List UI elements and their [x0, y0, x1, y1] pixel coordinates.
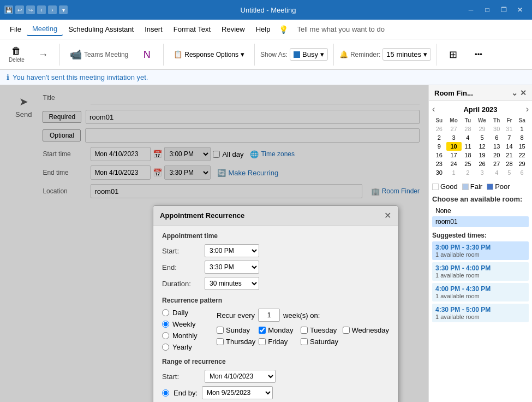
- cal-day[interactable]: 15: [515, 142, 529, 151]
- delete-btn[interactable]: 🗑 Delete: [4, 44, 29, 65]
- monthly-radio[interactable]: [162, 332, 169, 339]
- panel-close-btn[interactable]: ✕: [520, 88, 527, 97]
- close-btn[interactable]: ✕: [512, 2, 528, 17]
- menu-scheduling[interactable]: Scheduling Assistant: [63, 23, 139, 36]
- undo-icon[interactable]: ↩: [15, 5, 24, 14]
- restore-btn[interactable]: ❐: [496, 2, 511, 17]
- cal-day[interactable]: 27: [490, 159, 504, 168]
- cal-day[interactable]: 4: [462, 133, 475, 142]
- teams-meeting-btn[interactable]: 📹 Teams Meeting: [65, 46, 133, 63]
- tuesday-checkbox[interactable]: [301, 327, 308, 334]
- wednesday-checkbox[interactable]: [343, 327, 350, 334]
- friday-checkbox[interactable]: [259, 338, 266, 345]
- cal-day[interactable]: 18: [462, 151, 475, 159]
- timeslot-4[interactable]: 4:30 PM - 5:00 PM 1 available room: [432, 304, 529, 322]
- dialog-start-select[interactable]: 3:00 PM: [205, 244, 259, 257]
- cal-day[interactable]: 16: [432, 151, 446, 159]
- sunday-checkbox[interactable]: [217, 327, 224, 334]
- cal-day[interactable]: 6: [490, 133, 504, 142]
- cal-day[interactable]: 17: [446, 151, 462, 159]
- response-options-btn[interactable]: 📋 Response Options ▾: [169, 48, 249, 61]
- cal-day[interactable]: 11: [462, 142, 475, 151]
- range-start-select[interactable]: Mon 4/10/2023: [205, 370, 276, 383]
- window-controls[interactable]: ─ □ ❐ ✕: [463, 2, 528, 17]
- recur-every-input[interactable]: [258, 309, 280, 322]
- dialog-end-select[interactable]: 3:30 PM: [205, 261, 259, 274]
- end-by-select[interactable]: Mon 9/25/2023: [202, 386, 273, 399]
- more-btn[interactable]: •••: [468, 48, 489, 61]
- cal-prev-btn[interactable]: ‹: [432, 104, 435, 114]
- cal-day[interactable]: 4: [490, 168, 504, 177]
- cal-day[interactable]: 20: [490, 151, 504, 159]
- cal-today[interactable]: 10: [446, 142, 462, 151]
- timeslot-3[interactable]: 4:00 PM - 4:30 PM 1 available room: [432, 283, 529, 302]
- forward-btn[interactable]: →: [32, 48, 54, 62]
- daily-radio-item[interactable]: Daily: [162, 309, 217, 317]
- timeslot-2[interactable]: 3:30 PM - 4:00 PM 1 available room: [432, 262, 529, 281]
- friday-check[interactable]: Friday: [259, 338, 297, 346]
- cal-day[interactable]: 7: [504, 133, 516, 142]
- cal-day[interactable]: 30: [490, 125, 504, 133]
- menu-format-text[interactable]: Format Text: [168, 23, 216, 36]
- dialog-duration-select[interactable]: 30 minutes: [205, 277, 259, 290]
- cal-next-btn[interactable]: ›: [526, 104, 529, 114]
- sunday-check[interactable]: Sunday: [217, 326, 255, 334]
- cal-day[interactable]: 2: [432, 133, 446, 142]
- cal-day[interactable]: 24: [446, 159, 462, 168]
- reminder-dropdown[interactable]: 15 minutes ▾: [382, 48, 431, 61]
- cal-day[interactable]: 30: [432, 168, 446, 177]
- yearly-radio[interactable]: [162, 344, 169, 351]
- redo-icon[interactable]: ↪: [26, 5, 35, 14]
- cal-day[interactable]: 9: [432, 142, 446, 151]
- timeslot-1[interactable]: 3:00 PM - 3:30 PM 1 available room: [432, 241, 529, 260]
- customize-icon[interactable]: ▾: [59, 5, 68, 14]
- monthly-radio-item[interactable]: Monthly: [162, 332, 217, 340]
- titlebar-controls[interactable]: 💾 ↩ ↪ ‹ › ▾: [4, 5, 68, 14]
- cal-day[interactable]: 2: [462, 168, 475, 177]
- weekly-radio[interactable]: [162, 321, 169, 328]
- show-as-dropdown[interactable]: Busy ▾: [290, 48, 328, 61]
- cal-day[interactable]: 3: [474, 168, 490, 177]
- cal-day[interactable]: 6: [515, 168, 529, 177]
- menu-file[interactable]: File: [4, 23, 27, 36]
- cal-day[interactable]: 28: [504, 159, 516, 168]
- wednesday-check[interactable]: Wednesday: [343, 326, 389, 334]
- back-icon[interactable]: ‹: [37, 5, 46, 14]
- cal-day[interactable]: 8: [515, 133, 529, 142]
- cal-day[interactable]: 1: [446, 168, 462, 177]
- forward-icon[interactable]: ›: [48, 5, 57, 14]
- cal-day[interactable]: 29: [474, 125, 490, 133]
- maximize-btn[interactable]: □: [480, 2, 495, 17]
- yearly-radio-item[interactable]: Yearly: [162, 343, 217, 351]
- menu-review[interactable]: Review: [216, 23, 250, 36]
- cal-day[interactable]: 23: [432, 159, 446, 168]
- cal-day[interactable]: 27: [446, 125, 462, 133]
- tuesday-check[interactable]: Tuesday: [301, 326, 339, 334]
- menu-meeting[interactable]: Meeting: [27, 22, 63, 36]
- cal-day[interactable]: 3: [446, 133, 462, 142]
- panel-header-buttons[interactable]: ⌄ ✕: [511, 88, 527, 97]
- room-none[interactable]: None: [432, 205, 529, 216]
- cal-day[interactable]: 26: [474, 159, 490, 168]
- monday-check[interactable]: Monday: [259, 326, 297, 334]
- cal-day[interactable]: 13: [490, 142, 504, 151]
- cal-day[interactable]: 21: [504, 151, 516, 159]
- cal-day[interactable]: 12: [474, 142, 490, 151]
- cal-day[interactable]: 14: [504, 142, 516, 151]
- menu-search[interactable]: Tell me what you want to do: [291, 23, 390, 36]
- onenote-btn[interactable]: N: [136, 48, 158, 62]
- daily-radio[interactable]: [162, 309, 169, 316]
- end-by-radio[interactable]: [162, 389, 169, 397]
- saturday-checkbox[interactable]: [301, 338, 308, 345]
- cal-day[interactable]: 19: [474, 151, 490, 159]
- view-btn[interactable]: ⊞: [443, 48, 464, 62]
- cal-day[interactable]: 5: [474, 133, 490, 142]
- minimize-btn[interactable]: ─: [463, 2, 479, 17]
- cal-day[interactable]: 22: [515, 151, 529, 159]
- cal-day[interactable]: 26: [432, 125, 446, 133]
- cal-day[interactable]: 29: [515, 159, 529, 168]
- dialog-close-btn[interactable]: ✕: [384, 210, 391, 221]
- save-icon[interactable]: 💾: [4, 5, 13, 14]
- cal-day[interactable]: 28: [462, 125, 475, 133]
- weekly-radio-item[interactable]: Weekly: [162, 320, 217, 328]
